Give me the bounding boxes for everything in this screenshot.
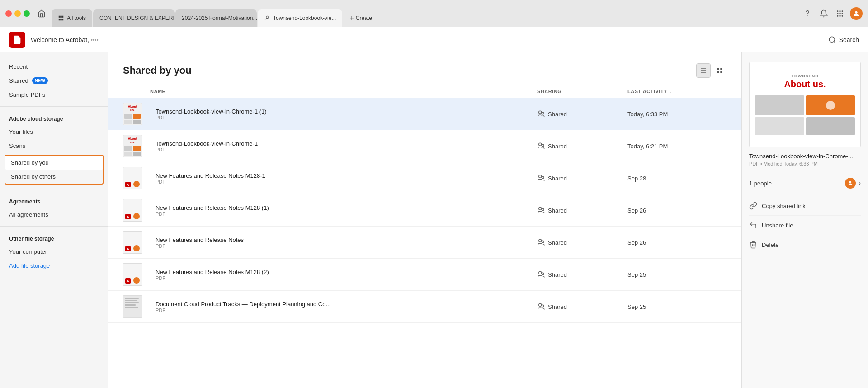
svg-rect-20 — [717, 68, 719, 70]
sidebar-item-scans[interactable]: Scans — [0, 139, 108, 153]
sharing-icon — [537, 110, 545, 118]
people-label: 1 people — [749, 180, 772, 187]
sharing-icon — [537, 206, 545, 214]
sharing-cell: Shared — [537, 238, 627, 246]
table-row[interactable]: Aboutus. Townsend-Lookbook-view-in-Chrom… — [108, 98, 741, 130]
file-type: PDF — [156, 115, 537, 120]
tab-label: CONTENT DESIGN & EXPERIE... — [99, 15, 175, 21]
sidebar-item-your-computer[interactable]: Your computer — [0, 245, 108, 259]
profile-button[interactable] — [850, 7, 863, 20]
search-label: Search — [839, 36, 859, 43]
svg-point-33 — [542, 241, 544, 243]
grid-icon — [716, 67, 723, 74]
file-preview: TOWNSEND About us. — [749, 62, 861, 147]
grid-view-toggle[interactable] — [712, 63, 727, 78]
table-row[interactable]: A New Features and Release Notes M128-1 … — [108, 162, 741, 194]
file-type: PDF — [156, 179, 537, 185]
apps-button[interactable] — [834, 7, 846, 20]
tab-townsend[interactable]: Townsend-Lookbook-vie... — [258, 9, 342, 27]
file-info: New Features and Release Notes M128-1 PD… — [150, 172, 537, 185]
tl-yellow[interactable] — [14, 10, 21, 17]
file-name: Townsend-Lookbook-view-in-Chrome-1 — [156, 140, 537, 147]
table-row[interactable]: Aboutus. Townsend-Lookbook-view-in-Chrom… — [108, 130, 741, 162]
svg-rect-3 — [61, 19, 63, 20]
sidebar-item-recent[interactable]: Recent — [0, 60, 108, 74]
sharing-icon — [537, 303, 545, 311]
app-header: Welcome to Acrobat, •••• Search — [0, 27, 868, 52]
sharing-cell: Shared — [537, 142, 627, 150]
sidebar-item-shared-by-you[interactable]: Shared by you — [5, 156, 103, 170]
tl-green[interactable] — [24, 10, 30, 17]
svg-rect-5 — [837, 10, 838, 12]
notifications-button[interactable] — [817, 7, 830, 20]
sidebar-item-all-agreements[interactable]: All agreements — [0, 208, 108, 222]
file-thumbnail: Aboutus. — [123, 103, 142, 125]
svg-point-27 — [542, 144, 544, 147]
file-name: New Features and Release Notes M128-1 — [156, 172, 537, 179]
tab-format[interactable]: 2024-2025 Format-Motivation... — [175, 9, 257, 27]
activity-cell: Sep 25 — [627, 303, 727, 310]
view-toggles — [696, 63, 727, 78]
app-body: Recent Starred NEW Sample PDFs Adobe clo… — [0, 52, 868, 388]
people-row[interactable]: 1 people › — [749, 172, 861, 194]
list-icon — [700, 67, 707, 74]
col-header-thumb — [123, 89, 150, 94]
file-info: Townsend-Lookbook-view-in-Chrome-1 (1) P… — [150, 108, 537, 120]
svg-point-32 — [539, 239, 542, 242]
people-avatar — [845, 178, 856, 189]
col-header-sharing[interactable]: SHARING — [537, 89, 627, 94]
col-header-name[interactable]: NAME — [150, 89, 537, 94]
svg-point-37 — [542, 305, 544, 307]
sidebar-add-storage[interactable]: Add file storage — [0, 259, 108, 273]
file-name: New Features and Release Notes — [156, 237, 537, 243]
grid-icon — [58, 15, 64, 21]
file-preview-name: Townsend-Lookbook-view-in-Chrome-... — [749, 153, 861, 160]
sidebar: Recent Starred NEW Sample PDFs Adobe clo… — [0, 52, 108, 388]
table-row[interactable]: Document Cloud Product Tracks — Deployme… — [108, 291, 741, 323]
sidebar-item-your-files[interactable]: Your files — [0, 125, 108, 139]
sharing-cell: Shared — [537, 206, 627, 214]
action-copy-link[interactable]: Copy shared link — [749, 196, 861, 216]
table-row[interactable]: A New Features and Release Notes PDF Sha… — [108, 227, 741, 259]
sidebar-item-sample-pdfs[interactable]: Sample PDFs — [0, 88, 108, 102]
list-view-toggle[interactable] — [696, 63, 711, 78]
file-info: New Features and Release Notes PDF — [150, 237, 537, 249]
right-panel: TOWNSEND About us. Townsend-Lookbook-vie… — [741, 52, 868, 388]
file-info: New Features and Release Notes M128 (1) … — [150, 204, 537, 217]
col-header-activity[interactable]: LAST ACTIVITY ↓ — [627, 89, 727, 94]
table-row[interactable]: A New Features and Release Notes M128 (1… — [108, 194, 741, 227]
copy-link-label: Copy shared link — [762, 203, 806, 209]
sidebar-item-starred[interactable]: Starred NEW — [0, 74, 108, 88]
tab-label: 2024-2025 Format-Motivation... — [182, 15, 257, 21]
app-logo — [9, 32, 25, 48]
header-search[interactable]: Search — [828, 36, 859, 44]
tab-content[interactable]: CONTENT DESIGN & EXPERIE... — [93, 9, 175, 27]
table-container: NAME SHARING LAST ACTIVITY ↓ Aboutus. — [108, 85, 741, 388]
sharing-cell: Shared — [537, 303, 627, 311]
svg-point-31 — [542, 208, 544, 211]
svg-point-29 — [542, 176, 544, 179]
table-row[interactable]: A New Features and Release Notes M128 (2… — [108, 259, 741, 291]
file-thumbnail: A — [123, 199, 142, 222]
action-delete[interactable]: Delete — [749, 235, 861, 254]
svg-rect-22 — [717, 71, 719, 73]
svg-point-34 — [539, 271, 542, 274]
main-content: Shared by you NAME SHARING — [108, 52, 741, 388]
svg-point-26 — [539, 143, 542, 146]
preview-images — [755, 95, 855, 135]
home-button[interactable] — [35, 7, 48, 20]
file-type: PDF — [156, 243, 537, 249]
tab-create[interactable]: + Create — [343, 9, 378, 27]
file-name: Townsend-Lookbook-view-in-Chrome-1 (1) — [156, 108, 537, 115]
file-type: PDF — [156, 275, 537, 281]
tl-red[interactable] — [5, 10, 12, 17]
search-icon — [828, 36, 836, 44]
sharing-icon — [537, 270, 545, 279]
page-title: Shared by you — [123, 65, 192, 76]
sidebar-item-shared-by-others[interactable]: Shared by others — [5, 170, 103, 184]
file-name: Document Cloud Product Tracks — Deployme… — [156, 301, 537, 308]
action-unshare[interactable]: Unshare file — [749, 216, 861, 235]
svg-rect-13 — [842, 15, 843, 16]
tab-all-tools[interactable]: All tools — [52, 9, 92, 27]
help-button[interactable]: ? — [801, 7, 814, 20]
